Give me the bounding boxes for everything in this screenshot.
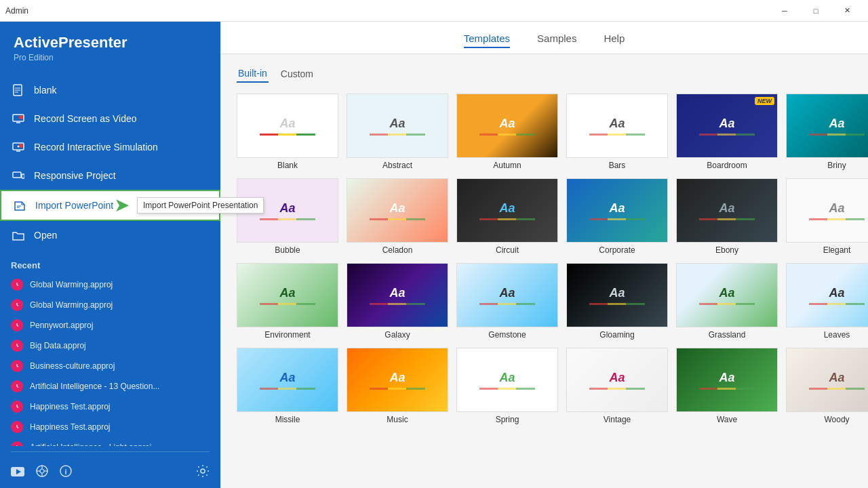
template-thumb-leaves: Aa: [786, 263, 868, 327]
svg-point-6: [19, 115, 23, 119]
template-card-boardroom[interactable]: AaNEWBoardroom: [676, 94, 778, 170]
svg-point-27: [40, 469, 44, 473]
template-name-environment: Environment: [264, 330, 310, 340]
info-icon[interactable]: i: [60, 465, 72, 481]
recent-item-label: Business-culture.approj: [30, 361, 115, 371]
recent-item[interactable]: Global Warming.approj: [0, 295, 220, 315]
sidebar: ActivePresenter Pro Edition blank: [0, 22, 220, 488]
template-name-abstract: Abstract: [382, 161, 412, 170]
template-card-gloaming[interactable]: AaGloaming: [566, 263, 668, 340]
sidebar-item-responsive[interactable]: Responsive Project: [0, 161, 220, 190]
close-button[interactable]: ✕: [831, 0, 863, 22]
template-name-ebony: Ebony: [715, 245, 738, 255]
template-thumb-autumn: Aa: [456, 94, 558, 158]
template-card-ebony[interactable]: AaEbony: [676, 178, 778, 255]
template-name-bubble: Bubble: [275, 245, 300, 255]
sidebar-item-import-ppt[interactable]: Import PowerPoint ➤ Import PowerPoint Pr…: [0, 190, 220, 221]
template-name-missile: Missile: [275, 415, 300, 424]
recent-item[interactable]: Happiness Test.approj: [0, 417, 220, 437]
recent-item-icon: [11, 441, 23, 446]
recent-item-label: Artificial Intelligence - Light.approj: [30, 443, 151, 446]
template-card-abstract[interactable]: AaAbstract: [347, 94, 448, 170]
tab-templates[interactable]: Templates: [464, 30, 510, 48]
recent-item[interactable]: Business-culture.approj: [0, 356, 220, 376]
template-card-celadon[interactable]: AaCeladon: [347, 178, 448, 255]
recent-item[interactable]: Artificial Intelligence - 13 Question...: [0, 376, 220, 396]
template-name-autumn: Autumn: [493, 161, 521, 170]
filter-built-in[interactable]: Built-in: [237, 65, 269, 83]
sidebar-item-record-screen[interactable]: Record Screen as Video: [0, 104, 220, 133]
template-card-music[interactable]: AaMusic: [347, 348, 448, 424]
tab-help[interactable]: Help: [604, 30, 625, 48]
template-thumb-woody: Aa: [786, 348, 868, 412]
recent-item[interactable]: Artificial Intelligence - Light.approj: [0, 437, 220, 446]
content-area: Templates Samples Help Built-in Custom A…: [220, 22, 868, 488]
template-name-galaxy: Galaxy: [384, 330, 410, 340]
titlebar-controls: ─ □ ✕: [769, 0, 863, 22]
maximize-button[interactable]: □: [800, 0, 831, 22]
template-name-circuit: Circuit: [496, 245, 519, 255]
template-card-briny[interactable]: AaBriny: [786, 94, 868, 170]
filter-custom[interactable]: Custom: [279, 65, 315, 83]
responsive-icon: [11, 168, 26, 183]
template-thumb-wave: Aa: [676, 348, 778, 412]
youtube-icon[interactable]: [11, 466, 24, 480]
recent-item-label: Happiness Test.approj: [30, 422, 111, 432]
template-name-briny: Briny: [827, 161, 846, 170]
template-card-elegant[interactable]: AaElegant: [786, 178, 868, 255]
settings-icon[interactable]: [196, 464, 210, 481]
svg-rect-12: [22, 174, 24, 178]
template-card-wave[interactable]: AaWave: [676, 348, 778, 424]
sidebar-item-blank[interactable]: blank: [0, 76, 220, 104]
template-card-woody[interactable]: AaWoody: [786, 348, 868, 424]
badge-new-boardroom: NEW: [755, 97, 774, 105]
recent-item[interactable]: Pennywort.approj: [0, 315, 220, 336]
sidebar-nav: blank Record Screen as Video: [0, 76, 220, 249]
template-card-autumn[interactable]: AaAutumn: [456, 94, 558, 170]
template-card-gemstone[interactable]: AaGemstone: [456, 263, 558, 340]
template-card-environment[interactable]: AaEnvironment: [237, 263, 338, 340]
template-name-music: Music: [387, 415, 408, 424]
svg-point-34: [201, 469, 205, 473]
template-card-vintage[interactable]: AaVintage: [566, 348, 668, 424]
sidebar-item-record-sim[interactable]: Record Interactive Simulation: [0, 133, 220, 161]
template-card-spring[interactable]: AaSpring: [456, 348, 558, 424]
recent-list: Global Warming.approjGlobal Warming.appr…: [0, 274, 220, 446]
template-thumb-galaxy: Aa: [347, 263, 448, 327]
recent-item-label: Artificial Intelligence - 13 Question...: [30, 382, 159, 391]
template-name-woody: Woody: [824, 415, 849, 424]
svg-point-9: [19, 144, 23, 148]
template-card-galaxy[interactable]: AaGalaxy: [347, 263, 448, 340]
titlebar: Admin ─ □ ✕: [0, 0, 868, 22]
template-card-blank[interactable]: AaBlank: [237, 94, 338, 170]
template-card-grassland[interactable]: AaGrassland: [676, 263, 778, 340]
template-name-bars: Bars: [609, 161, 626, 170]
template-card-leaves[interactable]: AaLeaves: [786, 263, 868, 340]
sidebar-item-open[interactable]: Open: [0, 221, 220, 249]
template-thumb-ebony: Aa: [676, 178, 778, 243]
recent-item[interactable]: Happiness Test.approj: [0, 396, 220, 417]
record-screen-icon: [11, 111, 26, 126]
template-name-leaves: Leaves: [824, 330, 850, 340]
recent-item-icon: [11, 299, 23, 311]
template-card-circuit[interactable]: AaCircuit: [456, 178, 558, 255]
recent-item[interactable]: Global Warming.approj: [0, 274, 220, 295]
record-sim-label: Record Interactive Simulation: [34, 142, 158, 152]
template-thumb-missile: Aa: [237, 348, 338, 412]
community-icon[interactable]: [35, 464, 49, 481]
template-thumb-blank: Aa: [237, 94, 338, 158]
recent-item-icon: [11, 360, 23, 372]
template-card-corporate[interactable]: AaCorporate: [566, 178, 668, 255]
template-thumb-circuit: Aa: [456, 178, 558, 243]
recent-item-icon: [11, 421, 23, 433]
template-name-wave: Wave: [717, 415, 737, 424]
tab-samples[interactable]: Samples: [537, 30, 576, 48]
template-thumb-corporate: Aa: [566, 178, 668, 243]
template-card-missile[interactable]: AaMissile: [237, 348, 338, 424]
template-card-bubble[interactable]: AaBubble: [237, 178, 338, 255]
template-card-bars[interactable]: AaBars: [566, 94, 668, 170]
record-screen-label: Record Screen as Video: [34, 113, 137, 124]
template-thumb-spring: Aa: [456, 348, 558, 412]
minimize-button[interactable]: ─: [769, 0, 800, 22]
recent-item[interactable]: Big Data.approj: [0, 336, 220, 356]
